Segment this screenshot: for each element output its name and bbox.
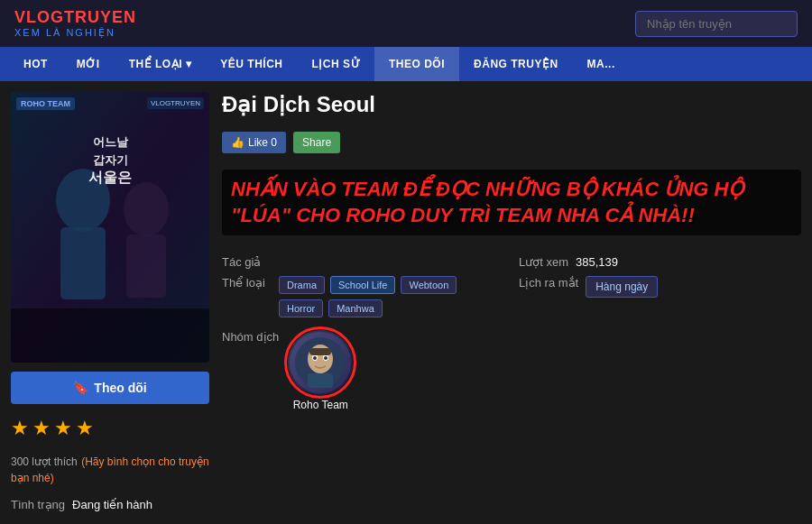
nav-yeuthich[interactable]: YÊU THÍCH [206,47,297,81]
tag-manhwa[interactable]: Manhwa [328,299,383,317]
star-3[interactable]: ★ [54,417,72,440]
nav-dangtruyen[interactable]: ĐĂNG TRUYỆN [459,47,573,81]
team-section: Nhóm dịch [222,330,801,411]
svg-rect-2 [60,227,106,299]
vlog-badge: VLOGTRUYEN [147,97,204,109]
thumb-icon: 👍 [231,136,245,149]
status-label: Tình trạng [11,498,65,511]
nav-moi[interactable]: MỚI [62,47,115,81]
nav-theloai[interactable]: THỂ LOẠI ▾ [115,47,207,81]
star-4[interactable]: ★ [76,417,94,440]
rating-stars: ★ ★ ★ ★ [11,413,209,444]
nav-hot[interactable]: HOT [9,47,62,81]
svg-text:갑자기: 갑자기 [93,153,128,167]
follow-button[interactable]: 🔖 Theo dõi [11,372,209,404]
author-row: Tác giả [222,255,504,269]
bookmark-icon: 🔖 [73,381,88,395]
follow-label: Theo dõi [94,381,146,395]
roho-badge: ROHO TEAM [16,97,75,110]
action-row: 👍 Like 0 Share [222,132,801,153]
main-content: ROHO TEAM VLOGTRUYEN [0,81,812,524]
tag-webtoon[interactable]: Webtoon [401,276,457,294]
genre-tags: Drama School Life Webtoon Horror Manhwa [279,276,504,317]
manga-detail: Đại Dịch Seoul 👍 Like 0 Share NHẤN VÀO T… [222,92,801,513]
like-label: Like 0 [248,136,277,149]
nav-more[interactable]: MA... [573,47,630,81]
nav-theodoi[interactable]: THEO DÕI [374,47,459,81]
svg-text:서울은: 서울은 [88,170,132,185]
schedule-row: Lịch ra mắt Hàng ngày [519,276,801,317]
group-label-row: Nhóm dịch [222,330,353,411]
genre-row: Thể loại Drama School Life Webtoon Horro… [222,276,504,317]
svg-rect-8 [11,308,209,363]
status-row: Tình trạng Đang tiến hành [11,498,209,511]
star-1[interactable]: ★ [11,417,29,440]
genre-label: Thể loại [222,276,272,290]
sidebar: ROHO TEAM VLOGTRUYEN [11,92,209,513]
promo-message: NHẤN VÀO TEAM ĐỂ ĐỌC NHỮNG BỘ KHÁC ỦNG H… [222,170,801,235]
header: VLOGTRUYEN XEM LÀ NGHIỆN [0,0,812,47]
group-label: Nhóm dịch [222,330,279,344]
team-avatar-container[interactable] [288,330,353,395]
svg-text:어느날: 어느날 [93,135,129,149]
schedule-label: Lịch ra mắt [519,276,578,290]
navigation: HOT MỚI THỂ LOẠI ▾ YÊU THÍCH LỊCH SỬ THE… [0,47,812,81]
schedule-button[interactable]: Hàng ngày [586,276,658,298]
views-row: Lượt xem 385,139 [519,255,801,269]
author-label: Tác giả [222,255,272,269]
tag-horror[interactable]: Horror [279,299,323,317]
share-button[interactable]: Share [293,132,340,153]
star-2[interactable]: ★ [32,417,51,440]
team-block: Roho Team [288,330,353,411]
tag-school[interactable]: School Life [330,276,395,294]
promo-text: NHẤN VÀO TEAM ĐỂ ĐỌC NHỮNG BỘ KHÁC ỦNG H… [231,177,792,228]
team-circle-border [284,326,356,399]
svg-rect-4 [126,234,166,298]
logo: VLOGTRUYEN XEM LÀ NGHIỆN [14,9,136,38]
votes-count: 300 lượt thích (Hãy bình chọn cho truyện… [11,453,209,485]
search-input[interactable] [635,11,798,37]
tag-drama[interactable]: Drama [279,276,325,294]
cover-image: ROHO TEAM VLOGTRUYEN [11,92,209,363]
svg-point-3 [124,182,169,236]
team-name[interactable]: Roho Team [293,399,348,411]
logo-area: VLOGTRUYEN XEM LÀ NGHIỆN [14,9,136,38]
views-value: 385,139 [576,255,618,269]
cover-artwork: 어느날 갑자기 서울은 [11,92,209,363]
info-table: Tác giả Lượt xem 385,139 Thể loại Drama … [222,255,801,317]
views-label: Lượt xem [519,255,568,269]
like-button[interactable]: 👍 Like 0 [222,132,286,153]
logo-top[interactable]: VLOGTRUYEN [14,9,136,27]
nav-lichsu[interactable]: LỊCH SỬ [298,47,375,81]
logo-bottom: XEM LÀ NGHIỆN [14,27,136,38]
status-value: Đang tiến hành [72,498,152,511]
manga-title: Đại Dịch Seoul [222,92,801,117]
